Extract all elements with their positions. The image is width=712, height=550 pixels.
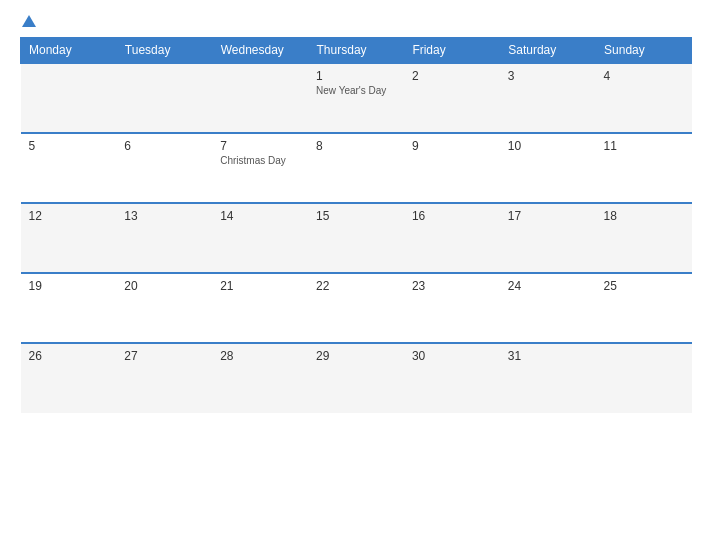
day-cell: 30: [404, 343, 500, 413]
day-cell: 17: [500, 203, 596, 273]
day-number: 28: [220, 349, 300, 363]
day-number: 14: [220, 209, 300, 223]
weekday-header-friday: Friday: [404, 38, 500, 64]
day-number: 18: [604, 209, 684, 223]
day-number: 21: [220, 279, 300, 293]
day-cell: 3: [500, 63, 596, 133]
week-row-4: 19202122232425: [21, 273, 692, 343]
weekday-header-sunday: Sunday: [596, 38, 692, 64]
logo: [20, 15, 36, 27]
day-number: 6: [124, 139, 204, 153]
day-cell: 4: [596, 63, 692, 133]
week-row-1: 1New Year's Day234: [21, 63, 692, 133]
day-cell: 12: [21, 203, 117, 273]
day-cell: 6: [116, 133, 212, 203]
day-cell: 14: [212, 203, 308, 273]
day-number: 20: [124, 279, 204, 293]
weekday-header-tuesday: Tuesday: [116, 38, 212, 64]
day-number: 7: [220, 139, 300, 153]
day-cell: 20: [116, 273, 212, 343]
weekday-header-wednesday: Wednesday: [212, 38, 308, 64]
day-cell: 11: [596, 133, 692, 203]
header: [20, 15, 692, 27]
day-cell: 8: [308, 133, 404, 203]
day-cell: 15: [308, 203, 404, 273]
day-number: 12: [29, 209, 109, 223]
calendar-page: MondayTuesdayWednesdayThursdayFridaySatu…: [0, 0, 712, 550]
day-cell: 1New Year's Day: [308, 63, 404, 133]
day-number: 17: [508, 209, 588, 223]
day-number: 11: [604, 139, 684, 153]
day-cell: 19: [21, 273, 117, 343]
week-row-2: 567Christmas Day891011: [21, 133, 692, 203]
day-cell: 27: [116, 343, 212, 413]
day-number: 5: [29, 139, 109, 153]
day-cell: 7Christmas Day: [212, 133, 308, 203]
day-cell: 26: [21, 343, 117, 413]
day-cell: 10: [500, 133, 596, 203]
holiday-label: Christmas Day: [220, 155, 300, 166]
day-cell: 29: [308, 343, 404, 413]
day-cell: 21: [212, 273, 308, 343]
day-number: 31: [508, 349, 588, 363]
day-number: 4: [604, 69, 684, 83]
day-cell: 16: [404, 203, 500, 273]
day-number: 26: [29, 349, 109, 363]
day-cell: 18: [596, 203, 692, 273]
day-cell: 28: [212, 343, 308, 413]
logo-triangle-icon: [22, 15, 36, 27]
day-number: 1: [316, 69, 396, 83]
weekday-header-saturday: Saturday: [500, 38, 596, 64]
day-number: 25: [604, 279, 684, 293]
day-cell: 22: [308, 273, 404, 343]
calendar-table: MondayTuesdayWednesdayThursdayFridaySatu…: [20, 37, 692, 413]
weekday-header-row: MondayTuesdayWednesdayThursdayFridaySatu…: [21, 38, 692, 64]
day-cell: 2: [404, 63, 500, 133]
day-number: 8: [316, 139, 396, 153]
day-cell: 31: [500, 343, 596, 413]
day-cell: [212, 63, 308, 133]
day-number: 16: [412, 209, 492, 223]
day-number: 10: [508, 139, 588, 153]
week-row-5: 262728293031: [21, 343, 692, 413]
day-number: 22: [316, 279, 396, 293]
weekday-header-thursday: Thursday: [308, 38, 404, 64]
day-number: 9: [412, 139, 492, 153]
day-number: 13: [124, 209, 204, 223]
holiday-label: New Year's Day: [316, 85, 396, 96]
week-row-3: 12131415161718: [21, 203, 692, 273]
day-number: 29: [316, 349, 396, 363]
day-number: 30: [412, 349, 492, 363]
day-number: 24: [508, 279, 588, 293]
day-cell: [116, 63, 212, 133]
day-cell: 23: [404, 273, 500, 343]
day-number: 15: [316, 209, 396, 223]
day-number: 19: [29, 279, 109, 293]
weekday-header-monday: Monday: [21, 38, 117, 64]
day-cell: 24: [500, 273, 596, 343]
day-cell: [596, 343, 692, 413]
day-cell: 25: [596, 273, 692, 343]
day-number: 2: [412, 69, 492, 83]
day-number: 3: [508, 69, 588, 83]
day-cell: [21, 63, 117, 133]
day-cell: 9: [404, 133, 500, 203]
day-number: 27: [124, 349, 204, 363]
day-cell: 13: [116, 203, 212, 273]
day-cell: 5: [21, 133, 117, 203]
day-number: 23: [412, 279, 492, 293]
